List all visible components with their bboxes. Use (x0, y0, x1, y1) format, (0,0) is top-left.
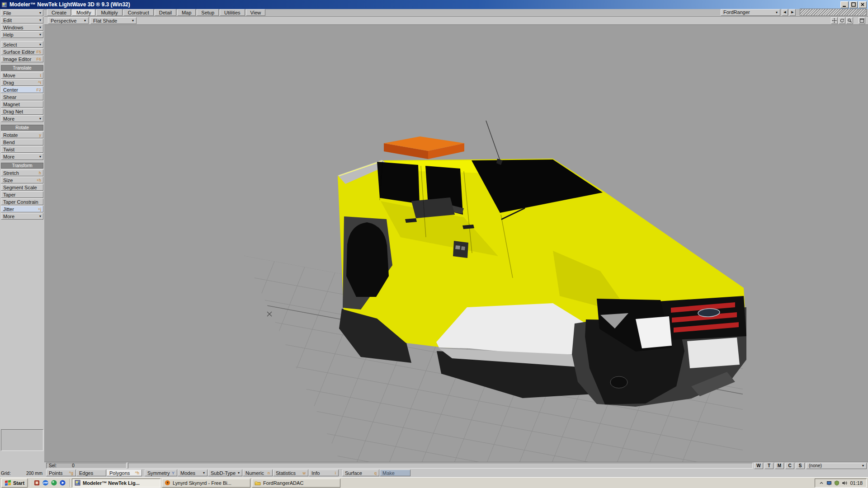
taskbar-task-modeler[interactable]: Modeler™ NewTek Lig... (72, 479, 160, 488)
system-tray: 01:18 (815, 479, 867, 488)
selection-count-field: Sel: 0 (46, 463, 127, 469)
truck-model (338, 121, 746, 407)
preset-prev-button[interactable]: ◀ (782, 9, 788, 16)
image-editor-button[interactable]: Image EditorF6 (1, 56, 43, 62)
tool-move[interactable]: Movet (1, 72, 43, 79)
tray-shield-icon[interactable] (834, 480, 840, 486)
mode-points-button[interactable]: Points^g (46, 469, 76, 476)
tab-multiply[interactable]: Multiply (96, 9, 122, 16)
view-mode-selector[interactable]: Perspective (48, 17, 89, 24)
media-player-icon[interactable] (59, 479, 66, 486)
rotate-more-button[interactable]: More (1, 153, 43, 160)
window-grip[interactable] (800, 9, 867, 16)
tool-size[interactable]: Size+h (1, 177, 43, 183)
perspective-viewport[interactable] (44, 25, 868, 462)
taskbar-task-folder[interactable]: FordRangerADAC (252, 479, 340, 488)
tab-map[interactable]: Map (177, 9, 196, 16)
minimize-button[interactable] (840, 1, 849, 8)
quick-launch-app-icon[interactable] (33, 479, 40, 486)
statistics-button[interactable]: Statisticsw (273, 469, 308, 476)
tool-bend[interactable]: Bend (1, 139, 43, 145)
modes-dropdown[interactable]: Modes (178, 469, 208, 476)
tool-twist[interactable]: Twist (1, 146, 43, 153)
sidebar-menu-help[interactable]: Help (1, 31, 43, 38)
tab-setup[interactable]: Setup (197, 9, 219, 16)
preset-next-button[interactable]: ▶ (789, 9, 796, 16)
messenger-icon[interactable] (51, 479, 57, 486)
vmap-selection-button[interactable]: S (796, 463, 805, 469)
grid-size-indicator: Grid: 200 mm (0, 469, 44, 477)
tool-center[interactable]: CenterF2 (1, 86, 43, 93)
numeric-button[interactable]: Numericn (243, 469, 273, 476)
tool-drag[interactable]: Drag^t (1, 79, 43, 86)
tab-detail[interactable]: Detail (155, 9, 176, 16)
taskbar-task-winamp[interactable]: Lynyrd Skynyrd - Free Bi... (162, 479, 250, 488)
mode-edges-button[interactable]: Edges (76, 469, 106, 476)
tool-rotate[interactable]: Rotatey (1, 131, 43, 138)
preset-selector[interactable]: FordRanger (721, 9, 780, 16)
taskbar-clock: 01:18 (850, 480, 863, 486)
viewport-pan-button[interactable] (831, 17, 838, 24)
sidebar-menu-file[interactable]: File (1, 9, 43, 16)
close-button[interactable] (859, 1, 867, 8)
vmap-morph-button[interactable]: M (775, 463, 784, 469)
tool-taper-constrain[interactable]: Taper Constrain (1, 198, 43, 205)
symmetry-button[interactable]: SymmetryY (145, 469, 177, 476)
transform-more-button[interactable]: More (1, 213, 43, 220)
vmap-texture-button[interactable]: T (764, 463, 774, 469)
tool-sidebar: File Edit Windows Help Select Surface Ed… (0, 9, 44, 477)
menu-tab-bar: Create Modify Multiply Construct Detail … (44, 9, 868, 17)
group-header-transform: Transform (1, 163, 43, 169)
translate-more-button[interactable]: More (1, 115, 43, 122)
select-menu-button[interactable]: Select (1, 41, 43, 48)
vmap-weight-button[interactable]: W (754, 463, 763, 469)
tab-construct[interactable]: Construct (123, 9, 154, 16)
tray-app-icon[interactable] (826, 480, 832, 486)
group-header-translate: Translate (1, 65, 43, 71)
shade-mode-selector[interactable]: Flat Shade (90, 17, 137, 24)
minimize-icon (842, 2, 847, 7)
volume-icon[interactable] (842, 480, 848, 486)
mode-polygons-button[interactable]: Polygons^h (107, 469, 142, 476)
tab-view[interactable]: View (246, 9, 266, 16)
left-arrow-icon: ◀ (783, 10, 786, 14)
tool-segment-scale[interactable]: Segment Scale (1, 184, 43, 191)
start-button[interactable]: Start (1, 479, 28, 488)
mode-bar: Points^g Edges Polygons^h SymmetryY Mode… (44, 469, 868, 477)
vmap-selector[interactable]: (none) (806, 463, 867, 469)
subd-type-dropdown[interactable]: SubD-Type (208, 469, 242, 476)
viewport-zoom-button[interactable] (846, 17, 853, 24)
surface-editor-button[interactable]: Surface EditorF5 (1, 48, 43, 55)
tool-magnet[interactable]: Magnet (1, 101, 43, 108)
make-button[interactable]: Make (380, 469, 410, 476)
titlebar: Modeler™ NewTek LightWave 3D ® 9.3 (Win3… (0, 0, 868, 9)
surface-button[interactable]: Surfaceq (342, 469, 379, 476)
vmap-color-button[interactable]: C (785, 463, 794, 469)
windows-taskbar: Start Modeler™ NewTek Lig... Lynyrd Skyn… (0, 477, 868, 488)
hide-icons-chevron[interactable] (819, 480, 824, 486)
tab-modify[interactable]: Modify (72, 9, 95, 16)
viewport-canvas (44, 25, 868, 462)
sidebar-menu-windows[interactable]: Windows (1, 24, 43, 31)
maximize-icon (851, 2, 856, 7)
axis-marker (267, 312, 272, 316)
tool-taper[interactable]: Taper (1, 191, 43, 198)
tool-drag-net[interactable]: Drag Net (1, 108, 43, 115)
tool-stretch[interactable]: Stretchh (1, 169, 43, 176)
viewport-rotate-button[interactable] (839, 17, 845, 24)
pan-icon (832, 18, 837, 23)
roof-light-bar (384, 136, 464, 159)
magnifier-icon (847, 18, 852, 23)
progress-strip (128, 463, 753, 469)
info-button[interactable]: Infoi (309, 469, 339, 476)
tool-jitter[interactable]: Jitter+j (1, 206, 43, 212)
tab-create[interactable]: Create (47, 9, 71, 16)
internet-explorer-icon[interactable] (42, 479, 49, 486)
viewport-maximize-button[interactable] (859, 17, 865, 24)
tab-utilities[interactable]: Utilities (220, 9, 245, 16)
close-icon (860, 2, 865, 7)
tool-shear[interactable]: Shear (1, 94, 43, 100)
maximize-button[interactable] (849, 1, 858, 8)
quick-launch (31, 479, 68, 486)
sidebar-menu-edit[interactable]: Edit (1, 17, 43, 23)
